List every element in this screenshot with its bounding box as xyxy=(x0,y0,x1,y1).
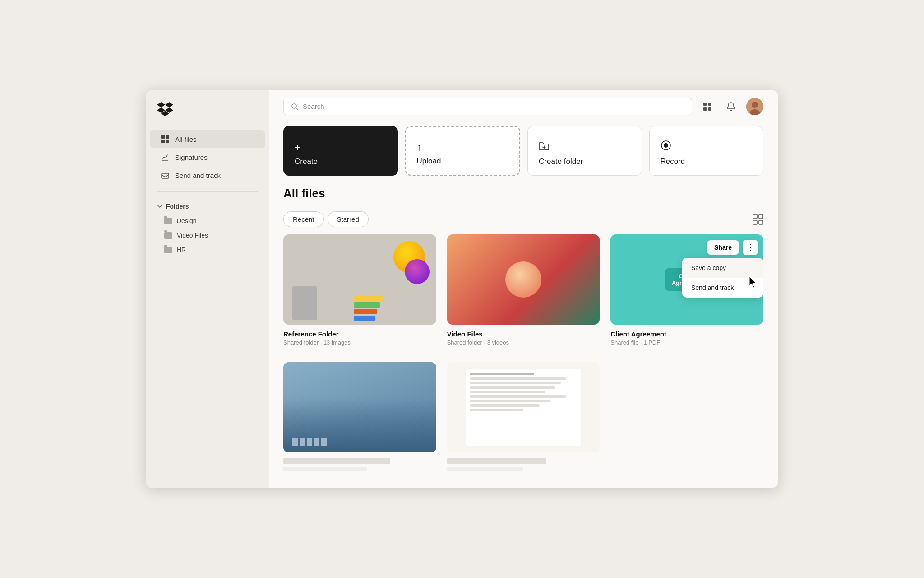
svg-rect-0 xyxy=(161,135,165,139)
tab-recent[interactable]: Recent xyxy=(283,211,324,227)
svg-rect-3 xyxy=(166,140,169,143)
card-actions: Share ⋮ xyxy=(707,240,758,255)
file-info: Video Files Shared folder · 3 videos xyxy=(447,325,600,348)
more-options-button[interactable]: ⋮ xyxy=(743,240,758,255)
file-card-video[interactable]: Video Files Shared folder · 3 videos xyxy=(447,234,600,351)
sidebar-folder-hr[interactable]: HR xyxy=(150,242,265,257)
file-card-reference[interactable]: Reference Folder Shared folder · 13 imag… xyxy=(283,234,436,351)
svg-rect-1 xyxy=(166,135,169,139)
upload-label: Upload xyxy=(417,157,441,166)
svg-rect-2 xyxy=(161,140,165,143)
upload-button[interactable]: ↑ Upload xyxy=(405,126,521,176)
svg-rect-21 xyxy=(753,220,757,224)
svg-point-18 xyxy=(664,143,668,148)
file-meta: Shared file · 1 PDF xyxy=(610,339,763,346)
file-card-client-agreement[interactable]: ClientAgreement Share ⋮ Save a copy Send… xyxy=(610,234,763,351)
file-name: Reference Folder xyxy=(283,330,436,338)
create-folder-label: Create folder xyxy=(539,157,583,166)
file-meta: Shared folder · 3 videos xyxy=(447,339,600,346)
file-card-bottom-2[interactable] xyxy=(447,362,600,477)
sidebar-item-signatures[interactable]: Signatures xyxy=(150,148,265,166)
grid-icon-button[interactable] xyxy=(699,98,716,115)
grid-icon xyxy=(703,102,712,111)
dropdown-menu: Save a copy Send and track xyxy=(682,258,763,298)
create-button[interactable]: + Create xyxy=(283,126,398,176)
action-buttons: + Create ↑ Upload Create folder xyxy=(269,122,778,186)
signatures-icon xyxy=(161,153,170,162)
create-label: Create xyxy=(295,157,318,166)
file-info: Client Agreement Shared file · 1 PDF xyxy=(610,325,763,348)
main-content: Search xyxy=(269,90,778,488)
folder-icon xyxy=(164,218,172,224)
record-icon xyxy=(661,140,671,154)
grid-view-icon xyxy=(753,214,763,225)
folders-header[interactable]: Folders xyxy=(150,199,265,214)
document-preview xyxy=(466,369,581,446)
upload-icon: ↑ xyxy=(417,141,422,153)
sidebar-folder-design[interactable]: Design xyxy=(150,214,265,228)
file-card-bottom-1[interactable] xyxy=(283,362,436,477)
sidebar-item-all-files[interactable]: All files xyxy=(150,130,265,148)
search-icon xyxy=(291,103,298,110)
send-track-icon xyxy=(161,171,170,180)
file-info xyxy=(283,452,436,473)
header: Search xyxy=(269,90,778,122)
svg-rect-20 xyxy=(759,214,763,219)
svg-point-13 xyxy=(752,102,758,108)
file-info: Reference Folder Shared folder · 13 imag… xyxy=(283,325,436,348)
folders-label: Folders xyxy=(166,203,189,210)
file-meta xyxy=(283,467,367,471)
send-and-track-item[interactable]: Send and track xyxy=(682,278,763,298)
sidebar-folder-video[interactable]: Video Files xyxy=(150,228,265,242)
sidebar-item-label: Signatures xyxy=(175,154,208,161)
app-window: All files Signatures Send and track xyxy=(146,90,778,488)
folder-label: HR xyxy=(177,246,186,253)
svg-rect-10 xyxy=(703,107,707,111)
search-placeholder: Search xyxy=(303,103,324,110)
page-title-area: All files xyxy=(269,186,778,208)
folder-icon xyxy=(164,232,172,239)
record-label: Record xyxy=(661,157,685,166)
create-icon: + xyxy=(295,142,300,154)
share-button[interactable]: Share xyxy=(707,240,739,255)
file-name: Video Files xyxy=(447,330,600,338)
all-files-icon xyxy=(161,135,170,144)
svg-rect-22 xyxy=(759,220,763,224)
file-thumbnail: ClientAgreement Share ⋮ Save a copy Send… xyxy=(610,234,763,325)
folder-label: Design xyxy=(177,217,197,224)
page-title: All files xyxy=(283,186,763,200)
file-meta: Shared folder · 13 images xyxy=(283,339,436,346)
svg-rect-19 xyxy=(753,214,757,219)
file-name: Client Agreement xyxy=(610,330,763,338)
save-copy-item[interactable]: Save a copy xyxy=(682,258,763,278)
file-thumbnail xyxy=(283,234,436,325)
sidebar-logo[interactable] xyxy=(146,101,269,130)
svg-line-7 xyxy=(296,108,298,110)
bell-icon-button[interactable] xyxy=(723,98,739,115)
header-icons xyxy=(699,98,763,115)
svg-rect-8 xyxy=(703,103,707,106)
avatar[interactable] xyxy=(746,98,763,115)
tab-starred[interactable]: Starred xyxy=(328,211,369,227)
sidebar-item-label: Send and track xyxy=(175,172,221,179)
files-grid: Reference Folder Shared folder · 13 imag… xyxy=(269,234,778,488)
folders-section: Folders Design Video Files HR xyxy=(146,199,269,257)
view-toggle[interactable] xyxy=(753,214,763,225)
svg-rect-9 xyxy=(708,103,711,106)
file-meta xyxy=(447,467,523,471)
sidebar-item-label: All files xyxy=(175,135,197,143)
file-thumbnail xyxy=(283,362,436,452)
create-folder-button[interactable]: Create folder xyxy=(527,126,642,176)
folder-label: Video Files xyxy=(177,232,208,239)
folder-icon xyxy=(164,247,172,253)
tabs-area: Recent Starred xyxy=(269,208,778,234)
bell-icon xyxy=(726,102,735,112)
search-bar[interactable]: Search xyxy=(283,98,692,115)
sphere-circle xyxy=(505,261,541,298)
record-button[interactable]: Record xyxy=(649,126,764,176)
sidebar-item-send-and-track[interactable]: Send and track xyxy=(150,166,265,184)
sidebar: All files Signatures Send and track xyxy=(146,90,269,488)
file-thumbnail xyxy=(447,362,600,452)
file-thumbnail xyxy=(447,234,600,325)
svg-rect-11 xyxy=(708,107,711,111)
